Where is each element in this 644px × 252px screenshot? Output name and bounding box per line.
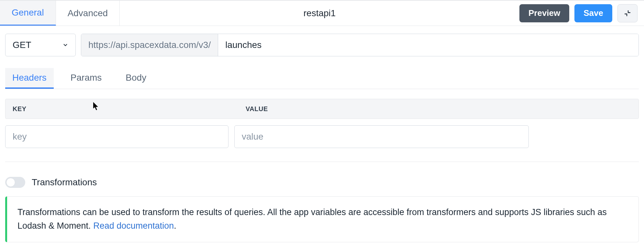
transformations-label: Transformations bbox=[32, 177, 97, 188]
url-base: https://api.spacexdata.com/v3/ bbox=[81, 34, 218, 56]
sub-tabs: Headers Params Body bbox=[5, 68, 639, 89]
header-key-input[interactable] bbox=[5, 125, 228, 148]
method-value: GET bbox=[13, 40, 31, 50]
collapse-button[interactable] bbox=[617, 4, 638, 22]
transformations-toggle[interactable] bbox=[5, 177, 25, 188]
tab-general[interactable]: General bbox=[0, 1, 56, 26]
col-header-value: VALUE bbox=[239, 105, 638, 113]
top-actions: Preview Save bbox=[519, 1, 644, 26]
preview-button[interactable]: Preview bbox=[519, 4, 569, 22]
url-path-input[interactable] bbox=[218, 34, 638, 56]
top-tabs: General Advanced bbox=[0, 1, 120, 26]
content-area: GET https://api.spacexdata.com/v3/ Heade… bbox=[0, 26, 644, 242]
query-title: restapi1 bbox=[120, 1, 519, 26]
header-value-input[interactable] bbox=[234, 125, 529, 148]
sub-tab-body[interactable]: Body bbox=[118, 68, 153, 89]
sub-tab-params[interactable]: Params bbox=[63, 68, 109, 89]
url-wrap: https://api.spacexdata.com/v3/ bbox=[81, 34, 639, 56]
method-select[interactable]: GET bbox=[5, 34, 76, 56]
collapse-icon bbox=[624, 9, 631, 17]
divider bbox=[5, 162, 639, 162]
save-button[interactable]: Save bbox=[574, 4, 612, 22]
top-bar: General Advanced restapi1 Preview Save bbox=[0, 0, 644, 26]
headers-table: KEY VALUE bbox=[5, 99, 639, 148]
documentation-link[interactable]: Read documentation bbox=[93, 221, 174, 231]
transformations-info: Transformations can be used to transform… bbox=[5, 196, 639, 242]
headers-table-head: KEY VALUE bbox=[5, 99, 639, 119]
transformations-row: Transformations bbox=[5, 177, 639, 188]
headers-row bbox=[5, 125, 639, 148]
sub-tab-headers[interactable]: Headers bbox=[5, 68, 54, 89]
col-header-key: KEY bbox=[6, 105, 239, 113]
info-period: . bbox=[174, 221, 176, 231]
chevron-down-icon bbox=[62, 42, 68, 48]
url-row: GET https://api.spacexdata.com/v3/ bbox=[5, 34, 639, 56]
tab-advanced[interactable]: Advanced bbox=[56, 1, 120, 26]
toggle-knob bbox=[6, 178, 15, 187]
